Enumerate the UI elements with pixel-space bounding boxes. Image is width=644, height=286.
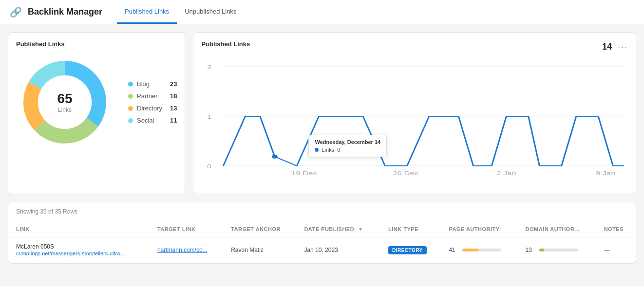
svg-text:9 Jan: 9 Jan: [596, 170, 616, 176]
cell-target-anchor: Ravon Matiz: [223, 237, 296, 263]
legend-item-directory: Directory 13: [128, 105, 177, 112]
tooltip-date: Wednesday, December 14: [315, 139, 380, 145]
cell-target-link: hartmann.com/co...: [150, 237, 223, 263]
legend-item-partner: Partner 18: [128, 92, 177, 100]
link-type-badge: DIRECTORY: [388, 246, 427, 254]
page-authority-bar-fill: [462, 249, 478, 251]
table-meta: Showing 35 of 35 Rows: [8, 202, 636, 221]
page-authority-bar-bg: [462, 249, 501, 251]
target-anchor-text: Ravon Matiz: [231, 247, 264, 253]
svg-text:19 Dec: 19 Dec: [292, 170, 318, 176]
date-published-value: Jan 10, 2023: [304, 247, 338, 253]
cell-link: McLaren 650S cummings.net/messengers-sto…: [8, 237, 150, 263]
link-name: McLaren 650S: [16, 243, 142, 250]
svg-text:2: 2: [208, 64, 212, 70]
header: 🔗 Backlink Manager Published Links Unpub…: [0, 0, 644, 24]
svg-text:2 Jan: 2 Jan: [497, 170, 517, 176]
legend-value-blog: 23: [170, 80, 177, 88]
top-row: Published Links: [8, 32, 636, 194]
col-header-target-anchor: TARGET ANCHOR: [223, 221, 296, 237]
tab-unpublished[interactable]: Unpublished Links: [177, 0, 244, 24]
donut-total: 65: [57, 91, 72, 107]
col-header-link-type: LINK TYPE: [380, 221, 441, 237]
legend-dot-social: [128, 118, 133, 123]
page-authority-value: 41: [449, 247, 458, 253]
legend-label-partner: Partner: [137, 92, 166, 100]
domain-authority-bar-fill: [539, 249, 544, 251]
legend-label-blog: Blog: [137, 80, 166, 88]
svg-text:26 Dec: 26 Dec: [393, 170, 419, 176]
main-tabs: Published Links Unpublished Links: [117, 0, 244, 24]
legend-value-directory: 13: [170, 105, 177, 112]
domain-authority-bar-bg: [539, 249, 578, 251]
donut-chart: 65 Links: [16, 54, 114, 151]
table-row: McLaren 650S cummings.net/messengers-sto…: [8, 237, 636, 263]
domain-authority-value: 13: [526, 247, 535, 253]
tooltip-metric: Links: [322, 147, 334, 153]
tab-published[interactable]: Published Links: [117, 0, 177, 24]
tooltip-value: 0: [337, 147, 340, 153]
line-chart-card: Published Links 14 ··· 2 1 0: [193, 32, 636, 194]
chart-tooltip: Wednesday, December 14 Links 0: [308, 135, 387, 157]
link-url[interactable]: cummings.net/messengers-storytellers-ult…: [16, 250, 126, 256]
donut-center: 65 Links: [57, 91, 72, 113]
col-header-link: LINK: [8, 221, 150, 237]
line-card-title: Published Links: [201, 40, 250, 48]
legend-item-blog: Blog 23: [128, 80, 177, 88]
page-authority-wrap: 41: [449, 247, 510, 253]
legend-dot-directory: [128, 106, 133, 111]
svg-point-11: [272, 155, 278, 159]
table-card: Showing 35 of 35 Rows LINK TARGET LINK T…: [8, 202, 636, 264]
cell-page-authority: 41: [441, 237, 517, 263]
cell-link-type: DIRECTORY: [380, 237, 441, 263]
col-header-date-published[interactable]: DATE PUBLISHED ▼: [296, 221, 380, 237]
cell-notes: —: [596, 237, 636, 263]
col-header-page-authority: PAGE AUTHORITY: [441, 221, 517, 237]
donut-card: Published Links: [8, 32, 185, 194]
line-card-count: 14: [602, 42, 612, 52]
legend-dot-blog: [128, 82, 133, 87]
legend-dot-partner: [128, 94, 133, 99]
notes-value: —: [604, 247, 610, 253]
legend-value-social: 11: [170, 117, 177, 124]
cell-date-published: Jan 10, 2023: [296, 237, 380, 263]
tooltip-row: Links 0: [315, 147, 380, 153]
legend-label-social: Social: [137, 117, 166, 124]
svg-text:1: 1: [208, 114, 212, 120]
domain-authority-wrap: 13: [526, 247, 588, 253]
svg-text:0: 0: [208, 163, 212, 169]
cell-domain-authority: 13: [518, 237, 596, 263]
col-header-domain-authority: DOMAIN AUTHOR...: [518, 221, 596, 237]
donut-content: 65 Links Blog 23 Partner 18: [16, 54, 177, 151]
legend-item-social: Social 11: [128, 117, 177, 124]
main-content: Published Links: [0, 24, 644, 271]
donut-total-label: Links: [57, 107, 72, 113]
legend-value-partner: 18: [170, 92, 177, 100]
legend-label-directory: Directory: [137, 105, 166, 112]
data-table: LINK TARGET LINK TARGET ANCHOR DATE PUBL…: [8, 221, 636, 263]
col-header-notes: NOTES: [596, 221, 636, 237]
tooltip-dot: [315, 148, 319, 152]
line-chart-area: 2 1 0 19 Dec 26 Dec 2 Jan: [201, 59, 628, 186]
col-header-target-link: TARGET LINK: [150, 221, 223, 237]
sort-icon: ▼: [358, 226, 363, 232]
line-card-header: Published Links 14 ···: [201, 40, 628, 54]
backlink-icon: 🔗: [10, 6, 22, 18]
donut-legend: Blog 23 Partner 18 Directory 13: [128, 80, 177, 124]
donut-card-title: Published Links: [16, 40, 177, 48]
table-header-row: LINK TARGET LINK TARGET ANCHOR DATE PUBL…: [8, 221, 636, 237]
target-link-url[interactable]: hartmann.com/co...: [157, 247, 208, 253]
line-card-menu-button[interactable]: ···: [618, 42, 628, 52]
app-title: Backlink Manager: [28, 7, 102, 17]
